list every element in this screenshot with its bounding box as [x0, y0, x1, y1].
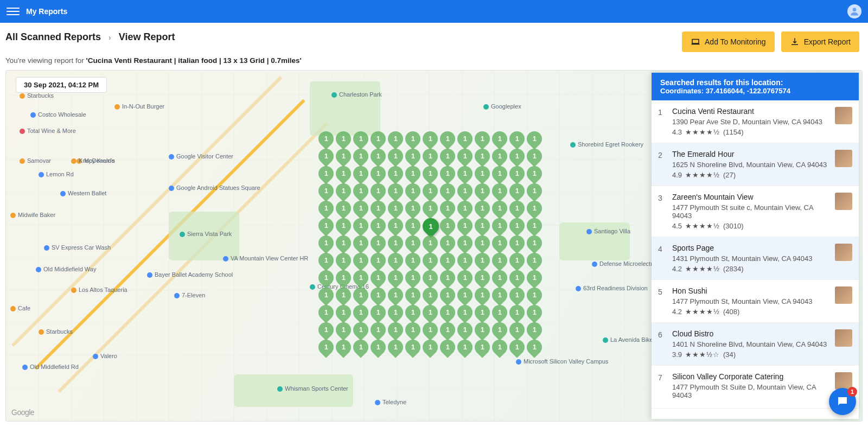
rank-marker[interactable]: 1: [489, 163, 510, 184]
rank-marker[interactable]: 1: [385, 250, 406, 271]
rank-marker[interactable]: 1: [333, 267, 354, 289]
rank-marker[interactable]: 1: [489, 180, 510, 202]
rank-marker[interactable]: 1: [506, 284, 528, 306]
rank-marker[interactable]: 1: [419, 319, 441, 341]
chat-button[interactable]: 1: [829, 388, 856, 415]
rank-marker[interactable]: 1: [489, 319, 510, 341]
rank-marker[interactable]: 1: [315, 302, 337, 323]
rank-marker[interactable]: 1: [385, 180, 406, 202]
rank-marker[interactable]: 1: [524, 284, 545, 306]
rank-marker[interactable]: 1: [471, 284, 493, 306]
rank-marker[interactable]: 1: [524, 302, 545, 323]
rank-marker[interactable]: 1: [367, 302, 389, 323]
rank-marker[interactable]: 1: [471, 302, 493, 323]
rank-marker[interactable]: 1: [350, 336, 372, 358]
rank-marker[interactable]: 1: [524, 232, 545, 254]
rank-marker[interactable]: 1: [402, 336, 424, 358]
rank-marker[interactable]: 1: [333, 128, 354, 150]
rank-marker[interactable]: 1: [489, 250, 510, 271]
rank-marker[interactable]: 1: [437, 197, 458, 219]
rank-marker[interactable]: 1: [333, 163, 354, 184]
rank-marker[interactable]: 1: [385, 232, 406, 254]
rank-marker[interactable]: 1: [437, 215, 458, 237]
rank-marker[interactable]: 1: [419, 250, 441, 271]
rank-marker[interactable]: 1: [350, 180, 372, 202]
rank-marker[interactable]: 1: [385, 336, 406, 358]
rank-marker[interactable]: 1: [524, 267, 545, 289]
menu-icon[interactable]: [7, 5, 20, 18]
result-row[interactable]: 1Cucina Venti Restaurant1390 Pear Ave St…: [652, 100, 859, 143]
rank-marker[interactable]: 1: [367, 180, 389, 202]
rank-marker[interactable]: 1: [367, 232, 389, 254]
rank-marker[interactable]: 1: [437, 284, 458, 306]
rank-marker[interactable]: 1: [506, 145, 528, 167]
rank-marker[interactable]: 1: [350, 250, 372, 271]
rank-marker[interactable]: 1: [402, 215, 424, 237]
rank-marker[interactable]: 1: [524, 197, 545, 219]
rank-marker[interactable]: 1: [471, 250, 493, 271]
rank-marker[interactable]: 1: [489, 284, 510, 306]
rank-marker[interactable]: 1: [315, 215, 337, 237]
rank-marker[interactable]: 1: [471, 197, 493, 219]
rank-marker[interactable]: 1: [402, 267, 424, 289]
rank-marker[interactable]: 1: [419, 180, 441, 202]
rank-marker[interactable]: 1: [402, 197, 424, 219]
rank-marker[interactable]: 1: [385, 197, 406, 219]
rank-marker[interactable]: 1: [385, 215, 406, 237]
avatar[interactable]: [847, 4, 861, 18]
rank-marker[interactable]: 1: [437, 250, 458, 271]
rank-marker[interactable]: 1: [315, 232, 337, 254]
rank-marker[interactable]: 1: [524, 180, 545, 202]
rank-marker[interactable]: 1: [471, 267, 493, 289]
rank-marker[interactable]: 1: [454, 215, 476, 237]
rank-marker[interactable]: 1: [489, 145, 510, 167]
rank-marker[interactable]: 1: [471, 163, 493, 184]
rank-marker[interactable]: 1: [315, 145, 337, 167]
rank-marker[interactable]: 1: [315, 267, 337, 289]
rank-marker[interactable]: 1: [506, 319, 528, 341]
rank-marker[interactable]: 1: [333, 250, 354, 271]
rank-marker[interactable]: 1: [333, 319, 354, 341]
rank-marker[interactable]: 1: [454, 232, 476, 254]
rank-marker[interactable]: 1: [437, 128, 458, 150]
rank-marker[interactable]: 1: [402, 128, 424, 150]
rank-marker[interactable]: 1: [315, 319, 337, 341]
rank-marker[interactable]: 1: [350, 215, 372, 237]
rank-marker[interactable]: 1: [350, 284, 372, 306]
result-row[interactable]: 4Sports Page1431 Plymouth St, Mountain V…: [652, 237, 859, 280]
result-row[interactable]: 5Hon Sushi1477 Plymouth St, Mountain Vie…: [652, 280, 859, 323]
rank-marker[interactable]: 1: [437, 180, 458, 202]
rank-marker[interactable]: 1: [402, 180, 424, 202]
rank-marker[interactable]: 1: [437, 336, 458, 358]
rank-marker[interactable]: 1: [315, 250, 337, 271]
rank-marker[interactable]: 1: [350, 302, 372, 323]
rank-marker[interactable]: 1: [385, 284, 406, 306]
rank-marker[interactable]: 1: [506, 250, 528, 271]
rank-marker[interactable]: 1: [524, 336, 545, 358]
rank-marker[interactable]: 1: [333, 145, 354, 167]
rank-marker[interactable]: 1: [350, 232, 372, 254]
rank-marker[interactable]: 1: [350, 319, 372, 341]
rank-marker[interactable]: 1: [315, 336, 337, 358]
result-row[interactable]: 2The Emerald Hour1625 N Shoreline Blvd, …: [652, 143, 859, 186]
rank-marker[interactable]: 1: [385, 319, 406, 341]
rank-marker[interactable]: 1: [506, 302, 528, 323]
rank-marker[interactable]: 1: [367, 319, 389, 341]
rank-marker[interactable]: 1: [471, 232, 493, 254]
rank-marker[interactable]: 1: [524, 319, 545, 341]
rank-marker[interactable]: 1: [419, 128, 441, 150]
rank-marker[interactable]: 1: [315, 284, 337, 306]
rank-marker[interactable]: 1: [419, 302, 441, 323]
rank-marker[interactable]: 1: [437, 302, 458, 323]
rank-marker[interactable]: 1: [402, 145, 424, 167]
rank-marker[interactable]: 1: [506, 197, 528, 219]
rank-marker[interactable]: 1: [350, 145, 372, 167]
rank-marker[interactable]: 1: [367, 250, 389, 271]
rank-marker[interactable]: 1: [367, 336, 389, 358]
rank-marker[interactable]: 1: [419, 336, 441, 358]
rank-marker[interactable]: 1: [489, 267, 510, 289]
rank-marker[interactable]: 1: [419, 232, 441, 254]
rank-marker[interactable]: 1: [350, 197, 372, 219]
rank-marker[interactable]: 1: [333, 284, 354, 306]
rank-marker[interactable]: 1: [471, 336, 493, 358]
